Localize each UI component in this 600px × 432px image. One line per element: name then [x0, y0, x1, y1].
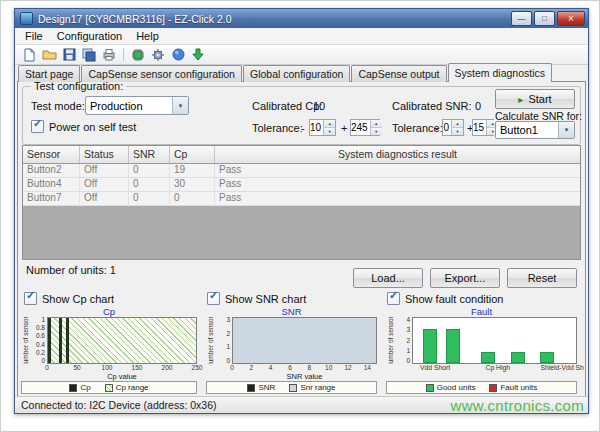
cell-cp: 19 — [170, 164, 215, 177]
legend-item: Cp — [69, 383, 90, 392]
show-fault-condition-checkbox[interactable]: ✓ Show fault condition — [387, 292, 503, 305]
checkbox-box[interactable]: ✓ — [207, 292, 220, 305]
x-tick-label: 10 — [325, 364, 332, 372]
table-row[interactable]: Button4 Off 0 30 Pass — [23, 178, 580, 192]
tab-capsense-output[interactable]: CapSense output — [351, 65, 446, 82]
chart-body: Number of sensors10.80.60.40.20050100150… — [21, 317, 197, 381]
test-mode-label: Test mode: — [31, 100, 85, 112]
table-row[interactable]: Button7 Off 0 0 Pass — [23, 192, 580, 206]
save-icon[interactable] — [60, 46, 78, 63]
cell-snr: 0 — [129, 192, 170, 205]
chevron-down-icon[interactable]: ▼ — [558, 122, 574, 138]
tab-start-page[interactable]: Start page — [18, 65, 80, 82]
check-icon: ✓ — [26, 289, 35, 302]
cp-tolerance-max-spinner[interactable]: 245 ▲ ▼ — [350, 119, 380, 136]
menu-configuration[interactable]: Configuration — [50, 29, 129, 43]
spin-up-icon[interactable]: ▲ — [324, 120, 335, 128]
plot-area — [412, 317, 577, 364]
snr-tolerance-min-spinner[interactable]: 0 ▲ ▼ — [442, 119, 464, 136]
cell-status: Off — [80, 178, 129, 191]
checkbox-box[interactable]: ✓ — [24, 292, 37, 305]
chart-legend: CpCp range — [21, 381, 197, 394]
spin-down-icon[interactable]: ▼ — [371, 128, 382, 135]
x-axis-ticks: 02468101214 — [232, 364, 377, 372]
table-row[interactable]: Button2 Off 0 19 Pass — [23, 164, 580, 178]
y-axis-label: Number of sensors — [21, 317, 30, 364]
spinner-buttons[interactable]: ▲ ▼ — [370, 120, 382, 135]
bar — [59, 318, 62, 363]
spin-up-icon[interactable]: ▲ — [371, 120, 382, 128]
check-icon: ✓ — [389, 289, 398, 302]
green-swatch-icon — [426, 384, 434, 392]
x-axis-ticks: 050100150200250 — [47, 364, 197, 372]
minimize-button[interactable]: — — [511, 11, 532, 26]
y-tick-label: 2 — [406, 338, 410, 344]
load-button[interactable]: Load... — [353, 268, 423, 288]
spinner-value: 10 — [310, 120, 323, 135]
column-header-result: System diagnostics result — [215, 146, 580, 163]
toolbar — [15, 45, 588, 65]
chart-legend: SNRSnr range — [206, 381, 377, 394]
bar — [48, 318, 51, 363]
action-buttons: Load... Export... Reset — [353, 268, 577, 288]
calculate-snr-select[interactable]: Button1 ▼ — [495, 121, 575, 139]
power-on-self-test-checkbox[interactable]: ✓ Power on self test — [31, 120, 136, 133]
bar — [540, 352, 554, 363]
menu-file[interactable]: File — [18, 29, 50, 43]
checkbox-box[interactable]: ✓ — [31, 120, 44, 133]
plot-column: Vdd ShortCp HighShield-Vdd Sh — [412, 317, 577, 381]
close-button[interactable]: × — [557, 11, 585, 26]
title-bar[interactable]: Design17 [CY8CMBR3116] - EZ-Click 2.0 — … — [15, 9, 588, 28]
lightblue-swatch-icon — [289, 384, 297, 392]
gear-icon[interactable] — [149, 46, 167, 63]
export-button[interactable]: Export... — [430, 268, 500, 288]
legend-label: Good units — [437, 383, 476, 392]
report-icon[interactable] — [100, 46, 118, 63]
tab-system-diagnostics[interactable]: System diagnostics — [448, 63, 552, 82]
tab-global-configuration[interactable]: Global configuration — [243, 65, 350, 82]
start-button[interactable]: ▸ Start — [495, 89, 575, 109]
cell-result: Pass — [215, 164, 580, 177]
diagnostics-table[interactable]: Sensor Status SNR Cp System diagnostics … — [22, 145, 581, 260]
y-tick-label: 3 — [226, 317, 230, 323]
maximize-button[interactable]: □ — [534, 11, 555, 26]
reset-button[interactable]: Reset — [507, 268, 577, 288]
open-folder-icon[interactable] — [40, 46, 58, 63]
spinner-buttons[interactable]: ▲ ▼ — [451, 120, 463, 135]
plot-column: 02468101214SNR value — [232, 317, 377, 381]
y-tick-label: 4 — [406, 317, 410, 323]
test-mode-value: Production — [86, 100, 172, 112]
snr-tolerance-max-spinner[interactable]: 15 ▲ ▼ — [472, 119, 494, 136]
x-tick-label: 0 — [230, 364, 234, 372]
show-snr-chart-checkbox[interactable]: ✓ Show SNR chart — [207, 292, 306, 305]
connect-icon[interactable] — [169, 46, 187, 63]
chip-icon[interactable] — [129, 46, 147, 63]
cell-cp: 0 — [170, 192, 215, 205]
tab-strip: Start page CapSense sensor configuration… — [15, 65, 588, 82]
new-file-icon[interactable] — [20, 46, 38, 63]
menu-bar: File Configuration Help — [15, 28, 588, 45]
cp-tolerance-min-spinner[interactable]: 10 ▲ ▼ — [309, 119, 336, 136]
spin-down-icon[interactable]: ▼ — [324, 128, 335, 135]
download-icon[interactable] — [189, 46, 207, 63]
show-cp-chart-checkbox[interactable]: ✓ Show Cp chart — [24, 292, 114, 305]
menu-help[interactable]: Help — [129, 29, 166, 43]
spinner-buttons[interactable]: ▲ ▼ — [323, 120, 335, 135]
spin-down-icon[interactable]: ▼ — [452, 128, 463, 135]
chevron-down-icon[interactable]: ▼ — [172, 97, 188, 114]
legend-item: Good units — [426, 383, 476, 392]
group-label: Test configuration: — [31, 81, 126, 92]
test-mode-select[interactable]: Production ▼ — [85, 96, 189, 115]
window-title: Design17 [CY8CMBR3116] - EZ-Click 2.0 — [38, 13, 509, 25]
test-configuration-group: Test configuration: Test mode: Productio… — [22, 86, 581, 145]
chevron-glyph: ▼ — [178, 103, 184, 109]
save-all-icon[interactable] — [80, 46, 98, 63]
cp-tolerance-minus: - — [301, 122, 305, 134]
toolbar-separator — [123, 48, 124, 61]
checkbox-box[interactable]: ✓ — [387, 292, 400, 305]
spin-up-icon[interactable]: ▲ — [452, 120, 463, 128]
cell-cp: 30 — [170, 178, 215, 191]
watermark-text: www.cntronics.com — [451, 397, 584, 414]
spinner-value: 0 — [443, 120, 451, 135]
tab-capsense-sensor-configuration[interactable]: CapSense sensor configuration — [81, 65, 242, 82]
